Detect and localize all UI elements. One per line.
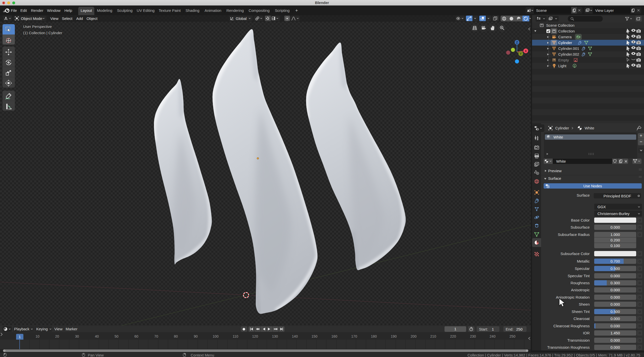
svg-text:Z: Z	[516, 41, 518, 44]
svg-text:X: X	[525, 49, 527, 53]
svg-text:Y: Y	[520, 52, 522, 56]
